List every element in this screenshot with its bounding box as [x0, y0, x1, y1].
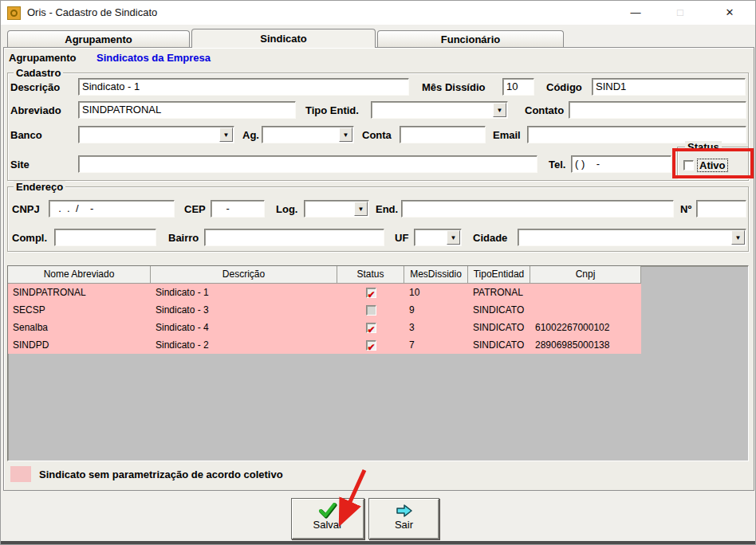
bairro-label: Bairro — [168, 232, 199, 244]
email-label: Email — [493, 129, 521, 141]
tipo-entid-combo[interactable]: PATRONAL — [371, 101, 508, 119]
cell-status — [337, 319, 404, 336]
uf-combo[interactable] — [414, 229, 462, 246]
cell-status — [337, 284, 404, 301]
ativo-label[interactable]: Ativo — [697, 159, 728, 172]
log-label: Log. — [276, 203, 297, 215]
tab-funcionario[interactable]: Funcionário — [377, 30, 564, 47]
col-header-status[interactable]: Status — [337, 266, 404, 284]
codigo-field[interactable]: SIND1 — [592, 78, 746, 96]
cell-status — [337, 301, 404, 319]
banco-label: Banco — [10, 129, 42, 141]
col-header-descricao[interactable]: Descrição — [151, 266, 337, 284]
ag-label: Ag. — [242, 129, 259, 141]
chevron-down-icon[interactable] — [339, 127, 352, 142]
bairro-field[interactable] — [204, 229, 384, 246]
cell-mes: 9 — [404, 301, 468, 319]
table-row[interactable]: SINDPD Sindicato - 2 7 SINDICATO 2890698… — [8, 336, 641, 354]
tipo-entid-label: Tipo Entid. — [305, 104, 359, 116]
cidade-combo[interactable] — [518, 229, 746, 246]
col-header-tipoentidad[interactable]: TipoEntidad — [468, 266, 530, 284]
nav-agrupamento[interactable]: Agrupamento — [9, 52, 77, 64]
conta-label: Conta — [362, 129, 392, 141]
conta-field[interactable] — [400, 126, 486, 143]
cell-tipo: PATRONAL — [468, 284, 530, 301]
salvar-button-label: Salvar — [292, 519, 364, 531]
col-header-mesdissidio[interactable]: MesDissidio — [404, 266, 468, 284]
cell-cnpj — [530, 284, 641, 301]
cep-label: CEP — [184, 203, 206, 215]
numero-field[interactable] — [696, 200, 746, 218]
legend-color-swatch — [10, 466, 31, 482]
contato-label: Contato — [525, 104, 564, 116]
mes-dissidio-field[interactable]: 10 — [502, 78, 534, 96]
salvar-button[interactable]: Salvar — [291, 498, 364, 539]
row-status-checkbox — [366, 288, 376, 298]
col-header-nome-abreviado[interactable]: Nome Abreviado — [8, 266, 151, 284]
tab-agrupamento[interactable]: Agrupamento — [7, 30, 190, 47]
tel-field[interactable]: ( ) - — [571, 155, 671, 173]
app-window: Oris - Cadastro de Sindicato — □ ✕ Agrup… — [0, 0, 756, 545]
maximize-icon[interactable]: □ — [662, 1, 699, 25]
window-title: Oris - Cadastro de Sindicato — [27, 6, 157, 18]
mes-dissidio-label: Mês Dissídio — [422, 81, 485, 93]
close-icon[interactable]: ✕ — [711, 1, 748, 25]
cell-mes: 7 — [404, 336, 468, 354]
exit-arrow-icon — [395, 503, 414, 519]
row-status-checkbox — [366, 340, 376, 351]
abreviado-field[interactable]: SINDPATRONAL — [78, 101, 296, 119]
banco-combo[interactable] — [78, 126, 234, 143]
cidade-label: Cidade — [473, 232, 507, 244]
table-row[interactable]: SINDPATRONAL Sindicato - 1 10 PATRONAL — [8, 284, 641, 301]
cep-field[interactable]: - — [211, 200, 265, 218]
cnpj-field[interactable]: . . / - — [49, 200, 175, 218]
cell-cnpj: 28906985000138 — [530, 336, 641, 354]
cell-nome: SINDPATRONAL — [8, 284, 151, 301]
sair-button[interactable]: Sair — [368, 498, 439, 539]
cell-tipo: SINDICATO — [468, 301, 530, 319]
tel-label: Tel. — [549, 159, 565, 171]
end-label: End. — [376, 203, 398, 215]
site-field[interactable] — [78, 155, 537, 173]
abreviado-label: Abreviado — [10, 104, 61, 116]
window-bottom-edge — [1, 541, 755, 544]
cell-cnpj — [530, 301, 641, 319]
chevron-down-icon[interactable] — [447, 230, 460, 245]
cell-tipo: SINDICATO — [468, 336, 530, 354]
descricao-field[interactable]: Sindicato - 1 — [78, 78, 409, 96]
chevron-down-icon[interactable] — [493, 103, 506, 117]
sindicatos-grid[interactable]: Nome Abreviado Descrição Status MesDissi… — [7, 265, 749, 461]
sair-button-label: Sair — [369, 519, 439, 531]
cell-mes: 10 — [404, 284, 468, 301]
compl-field[interactable] — [54, 229, 156, 246]
cell-cnpj: 61002267000102 — [530, 319, 641, 336]
minimize-icon[interactable]: — — [617, 1, 654, 25]
log-combo[interactable] — [304, 200, 369, 218]
cell-mes: 3 — [404, 319, 468, 336]
ag-combo[interactable] — [262, 126, 354, 143]
groupbox-endereco-title: Endereço — [14, 181, 65, 193]
table-row[interactable]: Senalba Sindicato - 4 3 SINDICATO 610022… — [8, 319, 641, 336]
codigo-label: Código — [546, 81, 582, 93]
site-label: Site — [10, 159, 30, 171]
cell-tipo: SINDICATO — [468, 319, 530, 336]
ativo-checkbox[interactable] — [683, 160, 694, 171]
tab-sindicato[interactable]: Sindicato — [191, 29, 376, 48]
col-header-cnpj[interactable]: Cnpj — [530, 266, 641, 284]
cell-descricao: Sindicato - 3 — [151, 301, 337, 319]
app-icon — [7, 6, 21, 20]
chevron-down-icon[interactable] — [354, 202, 368, 216]
end-field[interactable] — [401, 200, 674, 218]
grid-header-row: Nome Abreviado Descrição Status MesDissi… — [8, 266, 641, 284]
table-row[interactable]: SECSP Sindicato - 3 9 SINDICATO — [8, 301, 641, 319]
cell-status — [337, 336, 404, 354]
contato-field[interactable] — [569, 101, 746, 119]
chevron-down-icon[interactable] — [731, 230, 745, 245]
cell-nome: SECSP — [8, 301, 151, 319]
check-icon — [318, 503, 337, 519]
chevron-down-icon[interactable] — [219, 127, 233, 142]
cell-nome: SINDPD — [8, 336, 151, 354]
title-bar: Oris - Cadastro de Sindicato — □ ✕ — [1, 1, 755, 25]
cell-nome: Senalba — [8, 319, 151, 336]
nav-sindicatos-da-empresa[interactable]: Sindicatos da Empresa — [96, 52, 211, 64]
